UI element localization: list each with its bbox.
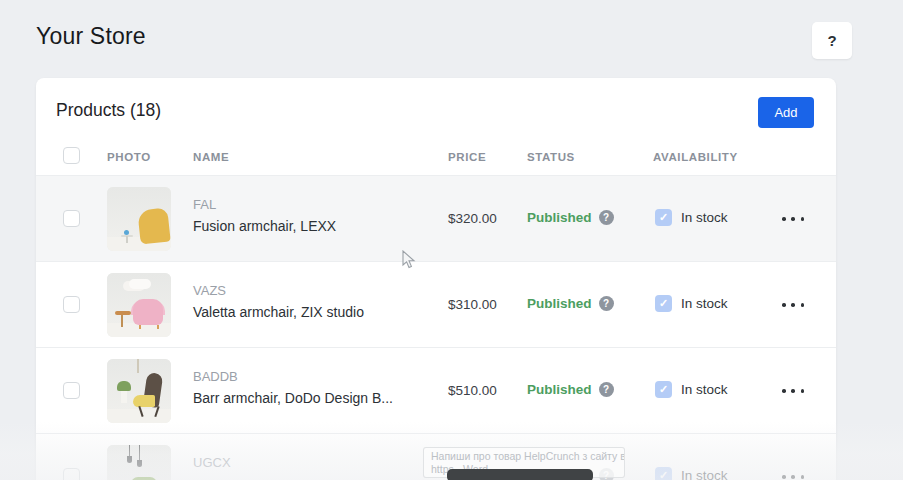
product-sku: BADDB (193, 369, 393, 384)
tooltip-line-1: Напиши про товар HelpCrunch з сайту виро… (431, 450, 617, 463)
products-card-header: Products (18) Add (36, 78, 836, 145)
product-name-cell: UGCX (193, 455, 231, 476)
column-header-availability: AVAILABILITY (653, 151, 738, 163)
row-checkbox[interactable] (63, 382, 80, 399)
row-menu-button[interactable] (781, 298, 805, 312)
in-stock-checkbox[interactable]: ✓ (655, 381, 672, 398)
product-sku: UGCX (193, 455, 231, 470)
availability-cell: ✓ In stock (655, 295, 728, 312)
product-status-cell: Published ? (527, 382, 614, 397)
row-menu-button[interactable] (781, 212, 805, 226)
products-card: Products (18) Add PHOTO NAME PRICE STATU… (36, 78, 836, 480)
in-stock-label: In stock (681, 296, 728, 311)
product-name: Barr armchair, DoDo Design B... (193, 390, 393, 406)
product-status-cell: Published ? (527, 210, 614, 225)
product-status-cell: Published ? (527, 296, 614, 311)
product-photo (107, 359, 171, 423)
row-checkbox[interactable] (63, 296, 80, 313)
table-row[interactable]: FAL Fusion armchair, LEXX $320.00 Publis… (36, 176, 836, 262)
status-help-icon[interactable]: ? (599, 382, 614, 397)
column-header-price: PRICE (448, 151, 486, 163)
row-menu-button[interactable] (781, 470, 805, 480)
overlay-dark-bar (447, 469, 593, 480)
table-row[interactable]: BADDB Barr armchair, DoDo Design B... $5… (36, 348, 836, 434)
product-name-cell: BADDB Barr armchair, DoDo Design B... (193, 369, 393, 406)
product-name: Valetta armchair, ZIX studio (193, 304, 364, 320)
page-title: Your Store (36, 23, 146, 50)
product-photo (107, 445, 171, 480)
status-badge: Published (527, 382, 592, 397)
product-name-cell: FAL Fusion armchair, LEXX (193, 197, 336, 234)
product-name: Fusion armchair, LEXX (193, 218, 336, 234)
in-stock-label: In stock (681, 468, 728, 480)
products-heading: Products (18) (56, 100, 161, 121)
status-help-icon[interactable]: ? (599, 296, 614, 311)
product-sku: FAL (193, 197, 336, 212)
availability-cell: ✓ In stock (655, 381, 728, 398)
status-badge: Published (527, 210, 592, 225)
product-photo (107, 187, 171, 251)
availability-cell: ✓ In stock (655, 209, 728, 226)
availability-cell: ✓ In stock (655, 467, 728, 480)
status-help-icon[interactable]: ? (599, 210, 614, 225)
table-header: PHOTO NAME PRICE STATUS AVAILABILITY (36, 145, 836, 176)
add-product-button[interactable]: Add (758, 97, 814, 128)
product-name-cell: VAZS Valetta armchair, ZIX studio (193, 283, 364, 320)
in-stock-label: In stock (681, 382, 728, 397)
column-header-status: STATUS (527, 151, 575, 163)
column-header-name: NAME (193, 151, 229, 163)
product-price: $320.00 (448, 211, 497, 226)
in-stock-checkbox[interactable]: ✓ (655, 467, 672, 480)
product-price: $510.00 (448, 383, 497, 398)
row-checkbox[interactable] (63, 468, 80, 480)
product-price: $310.00 (448, 297, 497, 312)
row-menu-button[interactable] (781, 384, 805, 398)
product-photo (107, 273, 171, 337)
page-header: Your Store ? (0, 0, 903, 78)
mouse-cursor (402, 250, 416, 270)
product-sku: VAZS (193, 283, 364, 298)
status-badge: Published (527, 296, 592, 311)
help-button[interactable]: ? (812, 22, 852, 59)
in-stock-label: In stock (681, 210, 728, 225)
row-checkbox[interactable] (63, 210, 80, 227)
table-row[interactable]: VAZS Valetta armchair, ZIX studio $310.0… (36, 262, 836, 348)
in-stock-checkbox[interactable]: ✓ (655, 209, 672, 226)
column-header-photo: PHOTO (107, 151, 151, 163)
select-all-checkbox[interactable] (63, 147, 80, 164)
in-stock-checkbox[interactable]: ✓ (655, 295, 672, 312)
